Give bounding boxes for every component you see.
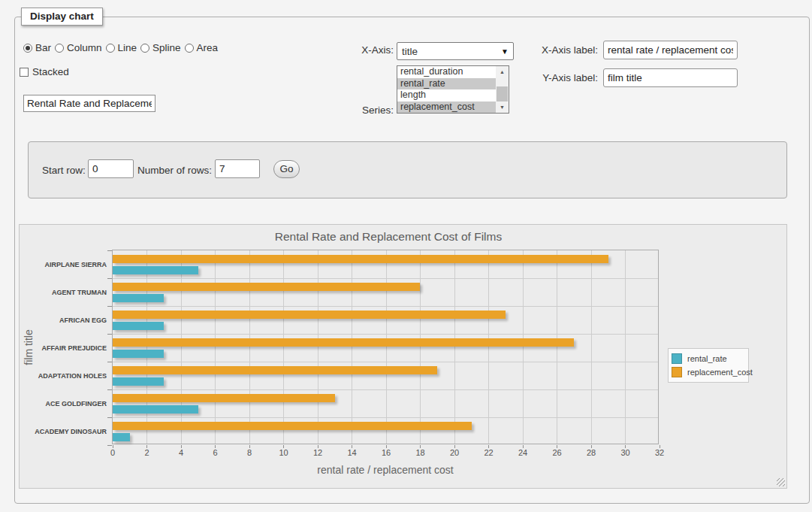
y-tick-mark bbox=[107, 445, 112, 446]
x-tick-label: 18 bbox=[409, 448, 432, 457]
x-tick-label: 16 bbox=[375, 448, 397, 457]
radio-label: Bar bbox=[35, 42, 51, 53]
y-axis-label-input[interactable] bbox=[603, 68, 738, 87]
go-button[interactable]: Go bbox=[273, 160, 300, 178]
radio-icon[interactable] bbox=[23, 44, 32, 53]
grid-line bbox=[386, 250, 387, 444]
chart-x-axis-title: rental rate / replacement cost bbox=[112, 464, 659, 476]
grid-line bbox=[488, 250, 489, 444]
grid-line bbox=[113, 389, 658, 390]
series-option-length[interactable]: length bbox=[397, 89, 496, 101]
y-tick-mark bbox=[107, 417, 112, 418]
chart-type-radio-line[interactable]: Line bbox=[106, 42, 137, 53]
radio-icon[interactable] bbox=[55, 44, 64, 53]
chart-title-input[interactable] bbox=[23, 95, 155, 112]
stacked-option[interactable]: Stacked bbox=[20, 66, 69, 77]
fieldset-legend: Display chart bbox=[21, 8, 103, 26]
grid-line bbox=[625, 250, 626, 444]
y-tick-label: ADAPTATION HOLES bbox=[24, 362, 107, 389]
x-tick-label: 2 bbox=[136, 448, 158, 457]
legend-swatch bbox=[672, 367, 682, 377]
radio-label: Spline bbox=[152, 42, 181, 53]
grid-line bbox=[591, 250, 592, 444]
grid-line bbox=[113, 306, 658, 307]
legend-item: rental_rate bbox=[672, 352, 748, 365]
x-axis-label-input[interactable] bbox=[603, 41, 738, 59]
y-tick-label: AFFAIR PREJUDICE bbox=[24, 334, 107, 362]
x-axis-select-value: title bbox=[402, 46, 418, 57]
y-tick-mark bbox=[107, 334, 112, 335]
y-tick-label: AIRPLANE SIERRA bbox=[24, 250, 107, 278]
stacked-label: Stacked bbox=[32, 66, 69, 77]
grid-line bbox=[146, 250, 147, 444]
grid-line bbox=[283, 250, 284, 444]
grid-line bbox=[249, 250, 250, 444]
bar-replacement_cost bbox=[113, 366, 437, 374]
grid-line bbox=[454, 250, 455, 444]
start-row-input[interactable] bbox=[88, 159, 134, 178]
y-tick-mark bbox=[107, 306, 112, 307]
x-tick-label: 4 bbox=[170, 448, 192, 457]
scroll-down-icon[interactable]: ▼ bbox=[496, 101, 509, 113]
chart-type-radio-spline[interactable]: Spline bbox=[140, 42, 181, 53]
y-tick-mark bbox=[107, 250, 112, 251]
grid-line bbox=[523, 250, 524, 444]
x-axis-select-label: X-Axis: bbox=[315, 44, 394, 56]
series-option-replacement_cost[interactable]: replacement_cost bbox=[397, 101, 496, 114]
legend-label: rental_rate bbox=[687, 354, 727, 363]
y-tick-label: ACADEMY DINOSAUR bbox=[24, 417, 107, 445]
x-tick-label: 32 bbox=[648, 448, 671, 457]
legend-label: replacement_cost bbox=[687, 368, 753, 377]
bar-replacement_cost bbox=[113, 422, 472, 430]
y-tick-mark bbox=[107, 389, 112, 390]
bar-rental_rate bbox=[113, 294, 164, 302]
chart-type-radio-group: BarColumnLineSplineArea bbox=[23, 42, 218, 53]
x-tick-label: 8 bbox=[238, 448, 261, 457]
bar-replacement_cost bbox=[113, 311, 506, 319]
chart-type-radio-bar[interactable]: Bar bbox=[23, 42, 51, 53]
chart-legend: rental_ratereplacement_cost bbox=[668, 348, 749, 383]
number-of-rows-label: Number of rows: bbox=[137, 165, 212, 176]
legend-swatch bbox=[672, 353, 682, 364]
x-tick-label: 6 bbox=[204, 448, 227, 457]
bar-rental_rate bbox=[113, 350, 164, 358]
x-axis-label-caption: X-Axis label: bbox=[481, 44, 598, 56]
stacked-checkbox[interactable] bbox=[20, 68, 29, 77]
query-panel: Start row: Number of rows: Go bbox=[28, 141, 787, 198]
y-tick-label: AGENT TRUMAN bbox=[24, 278, 107, 306]
chart-type-radio-column[interactable]: Column bbox=[55, 42, 102, 53]
legend-item: replacement_cost bbox=[672, 365, 748, 379]
grid-line bbox=[181, 250, 182, 444]
chart-type-radio-area[interactable]: Area bbox=[185, 42, 219, 53]
grid-line bbox=[113, 362, 658, 362]
series-list-label: Series: bbox=[315, 105, 394, 116]
number-of-rows-input[interactable] bbox=[215, 159, 260, 178]
chart-y-axis-title: film title bbox=[23, 307, 35, 388]
grid-line bbox=[113, 278, 658, 279]
radio-label: Line bbox=[118, 42, 137, 53]
x-tick-label: 0 bbox=[101, 448, 124, 457]
bar-rental_rate bbox=[113, 377, 164, 386]
x-tick-label: 26 bbox=[546, 448, 569, 457]
chart-container: Rental Rate and Replacement Cost of Film… bbox=[19, 224, 787, 489]
y-tick-label: AFRICAN EGG bbox=[24, 306, 107, 334]
grid-line bbox=[318, 250, 318, 444]
x-tick-label: 28 bbox=[580, 448, 602, 457]
grid-line bbox=[113, 417, 658, 418]
y-axis-label-caption: Y-Axis label: bbox=[481, 72, 598, 83]
grid-line bbox=[420, 250, 421, 444]
chart-plot-area: AIRPLANE SIERRAAGENT TRUMANAFRICAN EGGAF… bbox=[112, 250, 659, 444]
resize-handle-icon[interactable] bbox=[777, 478, 785, 486]
radio-icon[interactable] bbox=[106, 44, 115, 53]
bar-rental_rate bbox=[113, 322, 164, 330]
radio-icon[interactable] bbox=[140, 44, 149, 53]
radio-icon[interactable] bbox=[185, 44, 194, 53]
x-tick-label: 30 bbox=[614, 448, 637, 457]
chart-title: Rental Rate and Replacement Cost of Film… bbox=[20, 230, 757, 244]
y-tick-mark bbox=[107, 278, 112, 279]
radio-label: Column bbox=[67, 42, 102, 53]
grid-line bbox=[352, 250, 352, 444]
bar-rental_rate bbox=[113, 266, 198, 274]
bar-replacement_cost bbox=[113, 283, 420, 291]
x-tick-label: 20 bbox=[443, 448, 466, 457]
